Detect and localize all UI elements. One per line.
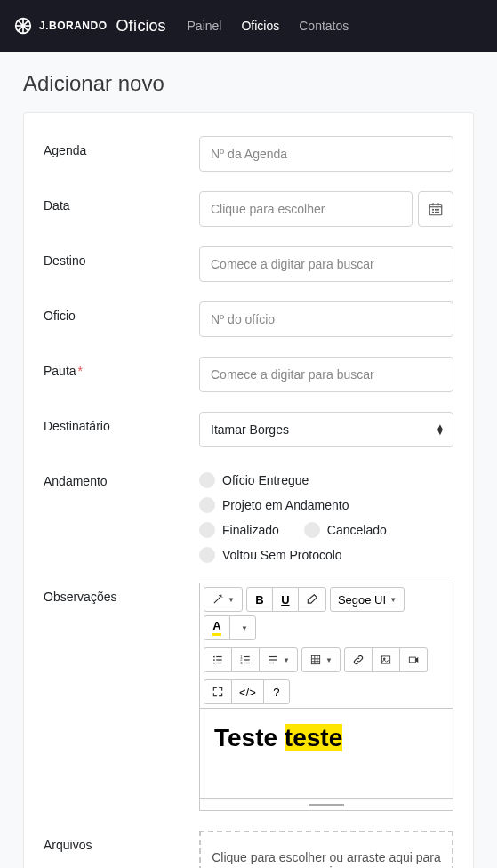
nav-link-oficios[interactable]: Oficios <box>241 19 279 33</box>
paragraph-icon <box>267 654 279 666</box>
radio-voltou-sem-protocolo[interactable]: Voltou Sem Protocolo <box>199 547 342 563</box>
brand[interactable]: J.BORANDO Ofícios <box>14 17 166 36</box>
form-card: Agenda Data Destino Oficio Pauta* Des <box>23 112 474 868</box>
arquivos-label: Arquivos <box>44 831 199 868</box>
nav-links: Painel Oficios Contatos <box>188 19 349 33</box>
link-button[interactable] <box>344 647 373 672</box>
observacoes-label: Observações <box>44 583 199 811</box>
clear-format-button[interactable] <box>298 587 326 612</box>
oficio-label: Oficio <box>44 301 199 337</box>
radio-icon <box>199 497 215 513</box>
font-color-caret[interactable]: ▼ <box>229 615 256 640</box>
video-icon <box>407 654 420 666</box>
page-title: Adicionar novo <box>0 52 497 112</box>
pauta-label: Pauta* <box>44 357 199 392</box>
help-button[interactable]: ? <box>263 679 290 704</box>
list-ul-icon <box>212 654 224 666</box>
editor-content[interactable]: Teste teste <box>200 709 453 798</box>
svg-rect-37 <box>409 657 415 663</box>
svg-rect-28 <box>269 659 277 660</box>
andamento-radios: Ofício Entregue Projeto em Andamento Fin… <box>199 467 453 563</box>
unordered-list-button[interactable] <box>204 647 232 672</box>
svg-rect-30 <box>311 655 319 663</box>
svg-rect-24 <box>244 656 249 657</box>
fullscreen-icon <box>212 686 224 698</box>
editor-resize-handle[interactable] <box>200 798 453 810</box>
destino-input[interactable] <box>199 246 453 282</box>
svg-rect-35 <box>381 656 389 663</box>
svg-text:3: 3 <box>240 661 243 665</box>
calendar-icon <box>428 201 444 217</box>
radio-finalizado[interactable]: Finalizado <box>199 522 279 538</box>
style-button[interactable]: ▼ <box>204 587 243 612</box>
ordered-list-button[interactable]: 123 <box>231 647 260 672</box>
svg-rect-27 <box>269 656 277 657</box>
destinatario-select[interactable] <box>199 412 453 447</box>
underline-button[interactable]: U <box>272 587 299 612</box>
nav-link-contatos[interactable]: Contatos <box>299 19 349 33</box>
rich-text-editor: ▼ B U Segoe UI▼ A ▼ <box>199 583 453 811</box>
nav-link-painel[interactable]: Painel <box>188 19 222 33</box>
brand-text: J.BORANDO <box>39 20 108 31</box>
radio-projeto-andamento[interactable]: Projeto em Andamento <box>199 497 349 513</box>
destino-label: Destino <box>44 246 199 282</box>
video-button[interactable] <box>399 647 428 672</box>
data-label: Data <box>44 191 199 227</box>
radio-oficio-entregue[interactable]: Ofício Entregue <box>199 472 309 488</box>
navbar: J.BORANDO Ofícios Painel Oficios Contato… <box>0 0 497 52</box>
radio-icon <box>199 522 215 538</box>
svg-point-12 <box>432 212 433 213</box>
svg-rect-20 <box>216 663 221 663</box>
picture-icon <box>380 654 392 666</box>
svg-rect-29 <box>269 663 274 663</box>
bold-button[interactable]: B <box>246 587 273 612</box>
pauta-input[interactable] <box>199 357 453 392</box>
oficio-input[interactable] <box>199 301 453 337</box>
svg-point-15 <box>213 656 215 658</box>
svg-point-11 <box>437 209 438 210</box>
radio-icon <box>199 547 215 563</box>
file-dropzone[interactable]: Clique para escolher ou arraste aqui par… <box>199 831 453 868</box>
font-color-button[interactable]: A <box>204 615 230 640</box>
svg-point-9 <box>432 209 433 210</box>
brand-title: Ofícios <box>116 17 166 36</box>
code-view-button[interactable]: </> <box>231 679 264 704</box>
radio-icon <box>199 472 215 488</box>
radio-icon <box>304 522 320 538</box>
svg-point-10 <box>435 209 436 210</box>
svg-rect-18 <box>216 656 221 657</box>
link-icon <box>352 654 365 666</box>
editor-toolbar: ▼ B U Segoe UI▼ A ▼ <box>200 583 453 709</box>
agenda-label: Agenda <box>44 136 199 172</box>
list-ol-icon: 123 <box>239 654 252 666</box>
fullscreen-button[interactable] <box>204 679 232 704</box>
calendar-button[interactable] <box>418 191 453 227</box>
magic-wand-icon <box>212 593 224 606</box>
data-input[interactable] <box>199 191 413 227</box>
resize-grip-icon <box>309 804 344 806</box>
picture-button[interactable] <box>372 647 400 672</box>
svg-point-17 <box>213 663 215 664</box>
agenda-input[interactable] <box>199 136 453 172</box>
logo-icon <box>14 17 32 35</box>
paragraph-button[interactable]: ▼ <box>259 647 298 672</box>
svg-rect-26 <box>244 663 249 663</box>
svg-rect-25 <box>244 659 249 660</box>
svg-rect-19 <box>216 659 221 660</box>
svg-point-16 <box>213 659 215 661</box>
table-icon <box>309 654 322 666</box>
destinatario-label: Destinatário <box>44 412 199 447</box>
radio-cancelado[interactable]: Cancelado <box>304 522 387 538</box>
svg-point-13 <box>435 212 436 213</box>
eraser-icon <box>306 593 318 606</box>
andamento-label: Andamento <box>44 467 199 563</box>
svg-point-14 <box>437 212 438 213</box>
table-button[interactable]: ▼ <box>301 647 341 672</box>
font-family-button[interactable]: Segoe UI▼ <box>330 587 405 612</box>
